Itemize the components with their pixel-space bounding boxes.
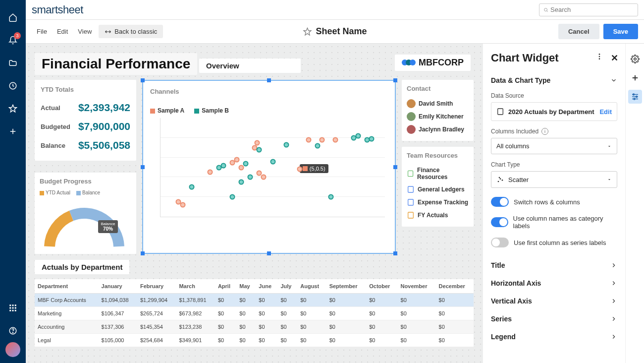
column-header[interactable]: May	[236, 279, 256, 294]
panel-close-icon[interactable]: ✕	[611, 53, 618, 63]
ytd-value: $5,506,058	[78, 139, 130, 151]
chart-type-value: Scatter	[508, 176, 529, 183]
column-header[interactable]: February	[137, 279, 176, 294]
contact-item[interactable]: Jaclynn Bradley	[407, 123, 469, 136]
menu-edit[interactable]: Edit	[52, 25, 73, 38]
table-row[interactable]: Accounting$137,306$145,354$123,238$0$0$0…	[35, 320, 474, 334]
gauge-chart: 30% Balance 70%	[40, 199, 129, 249]
panel-section-title[interactable]: Title	[491, 256, 617, 274]
apps-icon[interactable]	[4, 299, 22, 317]
columns-select[interactable]: All columns	[491, 138, 617, 154]
user-avatar[interactable]	[5, 342, 20, 357]
column-header[interactable]: March	[176, 279, 215, 294]
resize-handle[interactable]	[393, 165, 397, 169]
folder-icon[interactable]	[4, 54, 22, 72]
table-cell: $137,306	[99, 320, 137, 334]
panel-section-horizontal-axis[interactable]: Horizontal Axis	[491, 274, 617, 292]
column-header[interactable]: June	[256, 279, 277, 294]
chart-type-select[interactable]: Scatter	[491, 171, 617, 188]
save-button[interactable]: Save	[603, 24, 638, 39]
svg-point-30	[636, 96, 637, 98]
legend-item: Balance	[76, 190, 100, 195]
star-outline-icon[interactable]	[303, 27, 312, 36]
column-header[interactable]: August	[297, 279, 326, 294]
info-icon[interactable]: i	[541, 128, 548, 135]
table-cell: $1,094,038	[99, 294, 137, 307]
add-widget-icon[interactable]	[628, 71, 642, 85]
edit-data-source-link[interactable]: Edit	[599, 108, 612, 116]
resource-item[interactable]: General Ledgers	[407, 183, 469, 196]
table-cell: $0	[326, 294, 367, 307]
toggle-label: Switch rows & columns	[514, 198, 580, 206]
recent-icon[interactable]	[4, 77, 22, 95]
resize-handle[interactable]	[141, 78, 145, 82]
svg-point-22	[599, 58, 600, 60]
table-cell: $673,982	[176, 307, 215, 320]
column-header[interactable]: October	[366, 279, 397, 294]
resize-handle[interactable]	[141, 165, 145, 169]
column-header[interactable]: November	[398, 279, 436, 294]
contact-item[interactable]: David Smith	[407, 97, 469, 110]
left-nav-rail: 3	[0, 0, 26, 363]
table-row[interactable]: MBF Corp Accounts$1,094,038$1,299,904$1,…	[35, 294, 474, 307]
column-header[interactable]: July	[277, 279, 297, 294]
menu-file[interactable]: File	[32, 25, 52, 38]
table-row[interactable]: Marketing$106,347$265,724$673,982$0$0$0$…	[35, 307, 474, 320]
panel-section-vertical-axis[interactable]: Vertical Axis	[491, 292, 617, 310]
resource-label: FY Actuals	[418, 212, 448, 219]
sheet-name-wrap[interactable]: Sheet Name	[303, 26, 367, 37]
resize-handle[interactable]	[393, 78, 397, 82]
toggle-switch[interactable]	[491, 217, 508, 227]
notifications-icon[interactable]: 3	[4, 31, 22, 49]
ytd-label: Balance	[41, 142, 65, 149]
panel-more-icon[interactable]	[595, 53, 603, 60]
column-header[interactable]: December	[436, 279, 474, 294]
panel-section-legend[interactable]: Legend	[491, 328, 617, 346]
favorites-icon[interactable]	[4, 100, 22, 118]
dashboard-canvas[interactable]: Financial Performance MBFCORP Overview Y…	[26, 44, 483, 363]
toggle-switch[interactable]	[491, 197, 509, 207]
scatter-chart-widget[interactable]: Channels Sample ASample B (5,0.5)	[142, 80, 396, 254]
properties-icon[interactable]	[628, 90, 642, 104]
cancel-button[interactable]: Cancel	[558, 24, 599, 39]
data-point	[355, 133, 361, 138]
contact-name: David Smith	[419, 100, 453, 107]
resource-item[interactable]: Finance Resources	[407, 164, 469, 183]
column-header[interactable]: January	[99, 279, 137, 294]
resize-handle[interactable]	[393, 251, 397, 255]
search-input-wrap[interactable]	[539, 3, 638, 16]
resource-item[interactable]: Expense Tracking	[407, 196, 469, 209]
chevron-right-icon	[610, 315, 617, 322]
table-row[interactable]: Legal$105,000$254,684$349,901$0$0$0$0$0$…	[35, 334, 474, 347]
home-icon[interactable]	[4, 8, 22, 26]
table-cell: Accounting	[35, 320, 99, 334]
toggle-switch[interactable]	[491, 238, 509, 247]
menu-view[interactable]: View	[73, 25, 97, 38]
table-cell: $0	[236, 334, 256, 347]
data-point	[369, 136, 374, 141]
panel-section-series[interactable]: Series	[491, 310, 617, 328]
resource-label: Finance Resources	[417, 167, 469, 181]
column-header[interactable]: September	[326, 279, 367, 294]
help-icon[interactable]	[4, 322, 22, 340]
contact-item[interactable]: Emily Kitchener	[407, 110, 469, 123]
data-point	[189, 184, 195, 190]
resource-item[interactable]: FY Actuals	[407, 209, 469, 222]
table-cell: $0	[297, 320, 326, 334]
data-point	[180, 202, 186, 208]
resize-handle[interactable]	[141, 251, 145, 255]
search-input[interactable]	[550, 6, 634, 13]
column-header[interactable]: Department	[35, 279, 99, 294]
add-icon[interactable]	[4, 122, 22, 140]
contact-title: Contact	[407, 85, 469, 92]
resize-handle[interactable]	[267, 251, 271, 255]
resize-handle[interactable]	[267, 78, 271, 82]
tooltip-swatch	[303, 166, 308, 171]
section-label: Vertical Axis	[491, 297, 532, 305]
settings-icon[interactable]	[628, 52, 642, 66]
table-cell: $0	[436, 334, 474, 347]
column-header[interactable]: April	[215, 279, 236, 294]
section-data-chart-type[interactable]: Data & Chart Type	[491, 71, 617, 89]
svg-point-27	[499, 177, 500, 179]
back-to-classic-button[interactable]: Back to classic	[99, 25, 163, 38]
